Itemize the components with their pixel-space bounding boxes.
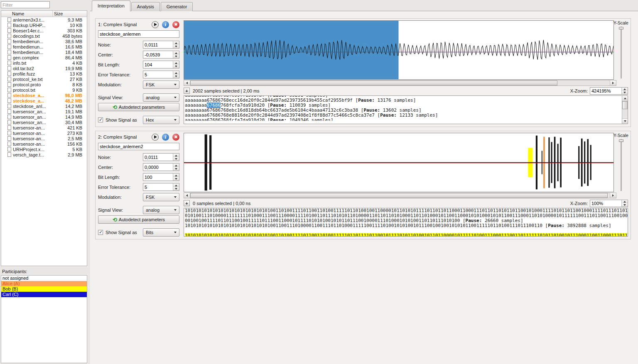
x-zoom-spinbox[interactable]	[590, 87, 628, 95]
noise-spinbox[interactable]	[143, 41, 179, 49]
participant-row[interactable]: not assigned	[1, 276, 87, 281]
protocol-vertical-scrollbar[interactable]	[622, 96, 628, 124]
file-item[interactable]: steckdose_anl...14,2 MB	[1, 103, 87, 109]
bit-length-spinbox[interactable]	[143, 173, 179, 181]
tab-generator[interactable]: Generator	[161, 2, 193, 11]
x-zoom-input[interactable]	[590, 200, 621, 207]
spin-down-button[interactable]	[173, 65, 179, 68]
info-button[interactable]: i	[162, 21, 169, 28]
scroll-down-button[interactable]	[622, 118, 628, 124]
x-zoom-input[interactable]	[590, 88, 621, 94]
show-signal-as-select[interactable]: Bits	[143, 228, 179, 237]
column-header-size[interactable]: Size	[53, 11, 87, 16]
file-item[interactable]: tuersensor-an...421 KB	[1, 125, 87, 130]
protocol-text[interactable]: 1010101010101010101010101010101001101001…	[184, 208, 628, 236]
close-signal-button[interactable]: ✖	[172, 134, 179, 141]
play-button[interactable]	[152, 134, 159, 141]
file-item[interactable]: gen.complex86,4 MB	[1, 55, 87, 60]
bit-length-input[interactable]	[143, 61, 173, 68]
y-scale-handle[interactable]	[619, 139, 623, 142]
center-input[interactable]	[143, 164, 173, 171]
x-zoom-spinbox[interactable]	[590, 200, 628, 207]
file-item[interactable]: anlernen3x3.t...9,3 MB	[1, 17, 87, 22]
scrollbar-thumb[interactable]	[622, 101, 628, 109]
wave-horizontal-scrollbar[interactable]	[184, 80, 616, 86]
spin-up-button[interactable]	[622, 200, 628, 203]
bit-length-spinbox[interactable]	[143, 61, 179, 68]
scroll-left-button[interactable]	[184, 193, 190, 198]
spin-up-button[interactable]	[173, 51, 179, 55]
wave-horizontal-scrollbar[interactable]	[184, 193, 616, 198]
file-item[interactable]: protocol.proto8 KB	[1, 82, 87, 87]
play-button[interactable]	[152, 21, 159, 28]
file-item[interactable]: protocol.txt9 KB	[1, 87, 87, 93]
file-item[interactable]: Boeser14er.c...303 KB	[1, 28, 87, 33]
error-tolerance-input[interactable]	[143, 71, 173, 78]
close-signal-button[interactable]: ✖	[172, 21, 179, 28]
autodetect-parameters-button[interactable]: ⟲ Autodetect parameters	[98, 103, 179, 111]
error-tolerance-input[interactable]	[143, 183, 173, 191]
signal-plot[interactable]	[184, 133, 614, 192]
error-tolerance-spinbox[interactable]	[143, 183, 179, 191]
spin-up-button[interactable]	[173, 154, 179, 157]
y-scale-handle[interactable]	[619, 27, 623, 29]
participant-row[interactable]: Alice (A)	[1, 281, 87, 286]
tab-analysis[interactable]: Analysis	[131, 2, 160, 11]
file-item[interactable]: protocol_ke.txt27 KB	[1, 76, 87, 82]
scroll-right-button[interactable]	[610, 193, 616, 198]
bit-length-input[interactable]	[143, 173, 173, 181]
spin-up-button[interactable]	[622, 88, 628, 91]
tab-interpretation[interactable]: Interpretation	[92, 0, 130, 11]
file-item[interactable]: tuersensor_an...19,1 MB	[1, 109, 87, 114]
file-item[interactable]: tuersensor_an...30,4 MB	[1, 120, 87, 125]
protocol-row[interactable]: aaaaaaaa67686768fcfa7da910d20 [Pause: 10…	[185, 118, 621, 121]
file-item[interactable]: tuersensor_an...14,9 MB	[1, 114, 87, 120]
center-input[interactable]	[143, 51, 173, 58]
spin-up-button[interactable]	[173, 61, 179, 65]
file-item[interactable]: tuersensor-an...2,5 MB	[1, 136, 87, 141]
file-item[interactable]: profile.fuzz13 KB	[1, 71, 87, 76]
filter-input[interactable]	[1, 1, 50, 8]
spin-up-button[interactable]	[173, 164, 179, 167]
file-item[interactable]: decodings.txt458 bytes	[1, 33, 87, 39]
scroll-left-button[interactable]	[184, 81, 190, 86]
file-item[interactable]: tuersensor-an...273 KB	[1, 130, 87, 136]
spin-up-button[interactable]	[173, 183, 179, 187]
noise-spinbox[interactable]	[143, 153, 179, 161]
scrollbar-thumb[interactable]	[190, 81, 557, 86]
file-item[interactable]: Backup.URHP...10 KB	[1, 22, 87, 28]
spin-down-button[interactable]	[173, 45, 179, 49]
modulation-select[interactable]: FSK	[143, 193, 179, 201]
file-item[interactable]: URHProject.x...5 KB	[1, 147, 87, 152]
file-item[interactable]: steckdose_a...48,2 MB	[1, 98, 87, 103]
autodetect-parameters-button[interactable]: ⟲ Autodetect parameters	[98, 215, 179, 224]
participant-row[interactable]: Bob (B)	[1, 286, 87, 292]
file-item[interactable]: tuersensor-an...156 KB	[1, 141, 87, 147]
center-spinbox[interactable]	[143, 51, 179, 59]
y-scale-slider[interactable]	[621, 27, 622, 78]
file-item[interactable]: fernbedienun...18,4 MB	[1, 49, 87, 55]
noise-input[interactable]	[143, 41, 173, 48]
protocol-text[interactable]: aaaaaaaa67686768fc99ff1598fbf [Pause: 55…	[184, 95, 622, 121]
info-button[interactable]: i	[162, 134, 169, 141]
zoom-in-button[interactable]: +	[184, 200, 190, 206]
show-signal-as-checkbox[interactable]	[98, 230, 103, 235]
signal-name-input[interactable]	[98, 143, 179, 150]
scroll-right-button[interactable]	[610, 81, 616, 86]
signal-plot[interactable]	[184, 20, 614, 80]
y-scale-slider[interactable]	[621, 139, 622, 191]
show-signal-as-checkbox[interactable]	[98, 117, 103, 122]
spin-down-button[interactable]	[173, 167, 179, 171]
spin-down-button[interactable]	[173, 177, 179, 181]
file-item[interactable]: fernbedienun...38,6 MB	[1, 39, 87, 44]
file-item[interactable]: fernbedienun...16,6 MB	[1, 44, 87, 49]
spin-down-button[interactable]	[622, 203, 628, 207]
file-item[interactable]: versch_tage.t...2,9 MB	[1, 152, 87, 157]
scrollbar-thumb[interactable]	[190, 193, 608, 198]
signal-name-input[interactable]	[98, 30, 179, 38]
spin-down-button[interactable]	[622, 91, 628, 94]
signal-view-select[interactable]: analog	[143, 93, 179, 102]
spin-down-button[interactable]	[173, 187, 179, 191]
spin-down-button[interactable]	[173, 157, 179, 161]
file-item[interactable]: info.txt4 KB	[1, 60, 87, 66]
